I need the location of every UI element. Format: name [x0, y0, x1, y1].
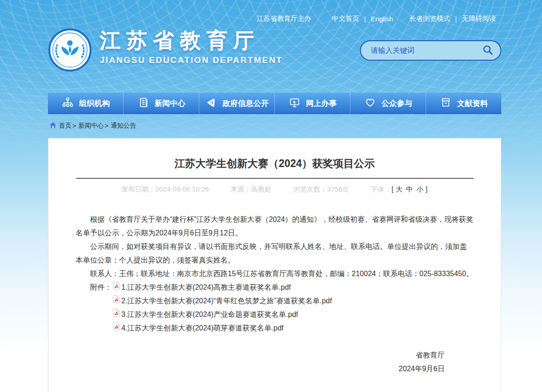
nav-item-label: 文献资料 [457, 98, 488, 109]
signature-block: 省教育厅 2024年9月6日 [76, 349, 445, 376]
topbar-separator: | [364, 15, 366, 23]
attachments-label: 附件： [90, 281, 112, 294]
nav-item-label: 新闻中心 [155, 98, 186, 109]
attachment-name: 3.江苏大学生创新大赛(2024)产业命题赛道获奖名单.pdf [121, 308, 298, 321]
attachment-link-4[interactable]: 4.江苏大学生创新大赛(2024)萌芽赛道获奖名单.pdf [112, 321, 332, 335]
search-button[interactable] [481, 44, 494, 57]
nav-item-label: 公众参与 [382, 98, 412, 109]
view-count: 浏览次数：3756次 [293, 185, 349, 194]
nav-item-label: 网上办事 [306, 98, 337, 109]
nav-item-gov-info[interactable]: 政府信息公开 [199, 93, 274, 114]
title-divider [76, 178, 474, 179]
site-title-block: 江苏省教育厅 JIANGSU EDUCATION DEPARTMENT [100, 28, 283, 65]
font-size-medium-button[interactable]: 中 [406, 185, 413, 193]
org-chart-icon [62, 96, 74, 111]
breadcrumb-news-center[interactable]: 新闻中心 [78, 122, 104, 130]
nav-item-public-participation[interactable]: 公众参与 [350, 93, 426, 114]
breadcrumb-separator: > [72, 122, 76, 129]
signature-org: 省教育厅 [76, 349, 445, 362]
host-link[interactable]: 江苏省教育厅主办 [257, 14, 311, 23]
attachments-list: 1.江苏大学生创新大赛(2024)高教主赛道获奖名单.pdf 2.江苏大学生创新… [112, 281, 332, 335]
main-navigation: 组织机构 新闻中心 政府信息公开 网上办事 [48, 93, 501, 114]
attachment-name: 1.江苏大学生创新大赛(2024)高教主赛道获奖名单.pdf [121, 281, 291, 294]
site-logo[interactable]: 江苏省教育厅 JIANGSU EDUCATION DEPARTMENT [48, 28, 283, 74]
topbar-separator: | [455, 15, 457, 23]
archive-icon [440, 96, 452, 111]
publish-date: 发布日期：2024-09-06 10:26 [121, 185, 209, 194]
nav-item-news[interactable]: 新闻中心 [123, 93, 199, 114]
nav-item-label: 政府信息公开 [223, 98, 269, 109]
pdf-icon [112, 281, 121, 294]
paragraph: 公示期间，如对获奖项目有异议，请以书面形式反映，并写明联系人姓名、地址、联系电话… [76, 240, 474, 267]
breadcrumb: 首页 > 新闻中心 > 通知公告 [49, 122, 136, 130]
nav-item-organization[interactable]: 组织机构 [48, 93, 123, 114]
accessibility-link[interactable]: 无障碍阅读 [462, 14, 496, 23]
page-title: 江苏大学生创新大赛（2024）获奖项目公示 [48, 157, 501, 171]
elder-mode-link[interactable]: 长者浏览模式 [409, 14, 450, 23]
article-meta: 发布日期：2024-09-06 10:26 来源：高教处 浏览次数：3756次 … [48, 185, 501, 194]
font-size-control: 字体：[大中小] [371, 185, 428, 194]
attachment-link-1[interactable]: 1.江苏大学生创新大赛(2024)高教主赛道获奖名单.pdf [112, 281, 332, 294]
search-icon [482, 44, 494, 57]
heart-icon [364, 96, 376, 111]
font-size-small-button[interactable]: 小 [417, 185, 423, 193]
bracket: [ [392, 185, 393, 193]
chinese-home-link[interactable]: 中文首页 [332, 14, 359, 23]
article-card: 江苏大学生创新大赛（2024）获奖项目公示 发布日期：2024-09-06 10… [48, 138, 501, 392]
font-size-large-button[interactable]: 大 [396, 185, 403, 193]
attachment-link-3[interactable]: 3.江苏大学生创新大赛(2024)产业命题赛道获奖名单.pdf [112, 308, 332, 321]
english-link[interactable]: English [371, 15, 393, 23]
attachments-section: 附件： 1.江苏大学生创新大赛(2024)高教主赛道获奖名单.pdf 2.江苏大… [76, 281, 474, 335]
top-utility-bar: 江苏省教育厅主办 中文首页 | English 长者浏览模式 | 无障碍阅读 [257, 14, 496, 23]
info-disclosure-icon [205, 96, 217, 111]
bracket: ] [426, 185, 427, 193]
nav-item-online-services[interactable]: 网上办事 [274, 93, 350, 114]
site-header: 江苏省教育厅 JIANGSU EDUCATION DEPARTMENT [48, 28, 501, 74]
paragraph: 根据《省教育厅关于举办“建行杯”江苏大学生创新大赛（2024）的通知》，经校级初… [76, 213, 474, 240]
search-input[interactable] [370, 46, 481, 55]
site-name-english: JIANGSU EDUCATION DEPARTMENT [100, 55, 283, 65]
pdf-icon [112, 308, 121, 321]
article-source: 来源：高教处 [230, 185, 271, 194]
news-icon [137, 96, 149, 111]
breadcrumb-home[interactable]: 首页 [59, 122, 72, 130]
home-icon [49, 122, 57, 130]
signature-date: 2024年9月6日 [76, 362, 445, 376]
pdf-icon [112, 321, 121, 335]
font-size-label: 字体： [371, 185, 391, 193]
nav-item-documents[interactable]: 文献资料 [426, 93, 501, 114]
contact-info: 联系人：王伟；联系地址：南京市北京西路15号江苏省教育厅高等教育处，邮编：210… [76, 267, 474, 281]
search-box [360, 40, 501, 61]
attachment-name: 4.江苏大学生创新大赛(2024)萌芽赛道获奖名单.pdf [121, 321, 283, 335]
site-name: 江苏省教育厅 [100, 30, 283, 51]
attachment-name: 2.江苏大学生创新大赛(2024)“青年红色筑梦之旅”赛道获奖名单.pdf [121, 294, 332, 308]
attachment-link-2[interactable]: 2.江苏大学生创新大赛(2024)“青年红色筑梦之旅”赛道获奖名单.pdf [112, 294, 332, 308]
pdf-icon [112, 294, 121, 308]
monitor-icon [288, 96, 301, 111]
breadcrumb-separator: > [105, 122, 108, 129]
breadcrumb-notices[interactable]: 通知公告 [110, 122, 136, 130]
nav-item-label: 组织机构 [79, 98, 110, 109]
emblem-icon [48, 28, 92, 74]
article-body: 根据《省教育厅关于举办“建行杯”江苏大学生创新大赛（2024）的通知》，经校级初… [76, 213, 474, 376]
